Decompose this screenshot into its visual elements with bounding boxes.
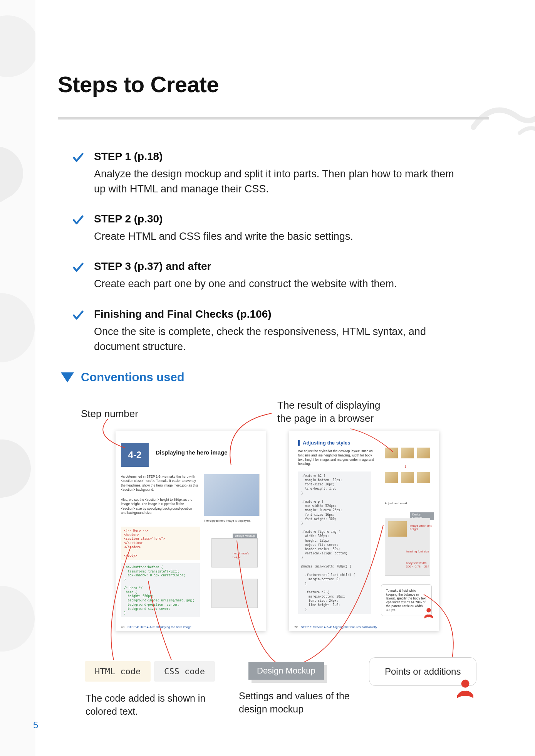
thumb-footer: 40STEP 4: Hero ▸ 4-2: Displaying the her…: [121, 625, 191, 629]
step-title: STEP 1 (p.18): [94, 150, 489, 163]
thumb-paragraph: As determined in STEP 1-5, we make the h…: [121, 475, 198, 492]
css-code-block: .feature h2 { margin-bottom: 10px; font-…: [298, 471, 371, 614]
step-description: Create each part one by one and construc…: [94, 276, 464, 291]
page-number: 5: [33, 720, 38, 731]
thumb-footer: 72STEP 6: Service ▸ 6-4: Aligning the fe…: [294, 625, 377, 629]
annotation-img-height: hero image's height: [233, 552, 256, 559]
step-item: STEP 3 (p.37) and after Create each part…: [72, 260, 489, 291]
document-page: Steps to Create STEP 1 (p.18) Analyze th…: [0, 0, 535, 756]
annotation-adjustment-result: Adjustment result.: [385, 502, 431, 505]
thumb-heading: Displaying the hero image: [156, 449, 228, 456]
left-decorative-strip: [0, 0, 35, 756]
callout-step-number: Step number: [81, 407, 138, 421]
callout-browser-result: The result of displaying the page in a b…: [277, 399, 380, 425]
svg-point-1: [461, 680, 470, 688]
check-icon: [72, 151, 85, 164]
thumb-paragraph: We adjust the styles for the desktop lay…: [298, 449, 379, 466]
conventions-diagram: Step number The result of displaying the…: [58, 400, 489, 756]
legend-code-caption: The code added is shown in colored text.: [86, 692, 209, 718]
step-description: Create HTML and CSS files and write the …: [94, 229, 464, 244]
reader-icon: [454, 677, 476, 699]
thumb-caption: The clipped hero image is displayed.: [204, 519, 262, 523]
browser-result-gallery: ↓: [385, 448, 431, 492]
legend-design-mockup: Design Mockup: [248, 662, 324, 680]
check-icon: [72, 309, 85, 322]
legend-dm-caption: Settings and values of the design mockup: [239, 690, 354, 716]
annotation-body-width: body text width 300 × 0.78 = 234: [406, 561, 429, 569]
step-number-badge: 4-2: [121, 443, 149, 467]
conventions-heading: Conventions used: [58, 370, 489, 384]
step-description: Once the site is complete, check the res…: [94, 324, 464, 354]
thumb-browser-preview: [204, 474, 260, 516]
triangle-down-icon: [61, 372, 74, 382]
annotation-image-wh: image width and height: [410, 524, 432, 531]
step-item: STEP 1 (p.18) Analyze the design mockup …: [72, 150, 489, 197]
page-title: Steps to Create: [58, 71, 489, 97]
css-code-block: .nav-button::before { transform: transla…: [121, 563, 200, 617]
thumb-subheading: Adjusting the styles: [298, 440, 351, 446]
annotation-heading-fontsize: heading font size: [406, 550, 429, 554]
step-title: STEP 2 (p.30): [94, 213, 489, 225]
step-item: STEP 2 (p.30) Create HTML and CSS files …: [72, 213, 489, 244]
design-mockup-mini: [211, 579, 258, 608]
svg-point-0: [426, 608, 431, 612]
legend-css-code: CSS code: [154, 661, 215, 682]
horizontal-rule: [58, 117, 489, 120]
example-page-right: Adjusting the styles We adjust the style…: [289, 431, 439, 631]
step-description: Analyze the design mockup and split it i…: [94, 167, 464, 197]
steps-list: STEP 1 (p.18) Analyze the design mockup …: [58, 150, 489, 354]
check-icon: [72, 214, 85, 227]
check-icon: [72, 261, 85, 274]
design-mockup-tag: Design Mockup: [233, 534, 257, 538]
step-title: STEP 3 (p.37) and after: [94, 260, 489, 273]
reader-icon: [422, 606, 435, 620]
thumb-paragraph: Also, we set the <section> height to 650…: [121, 498, 198, 515]
legend-html-code: HTML code: [85, 661, 151, 682]
step-title: Finishing and Final Checks (p.106): [94, 308, 489, 320]
html-code-block: <!-- Hero --> <header> <section class="h…: [121, 527, 200, 561]
step-item: Finishing and Final Checks (p.106) Once …: [72, 308, 489, 354]
example-page-left: 4-2 Displaying the hero image As determi…: [116, 431, 266, 631]
conventions-title: Conventions used: [81, 370, 184, 384]
